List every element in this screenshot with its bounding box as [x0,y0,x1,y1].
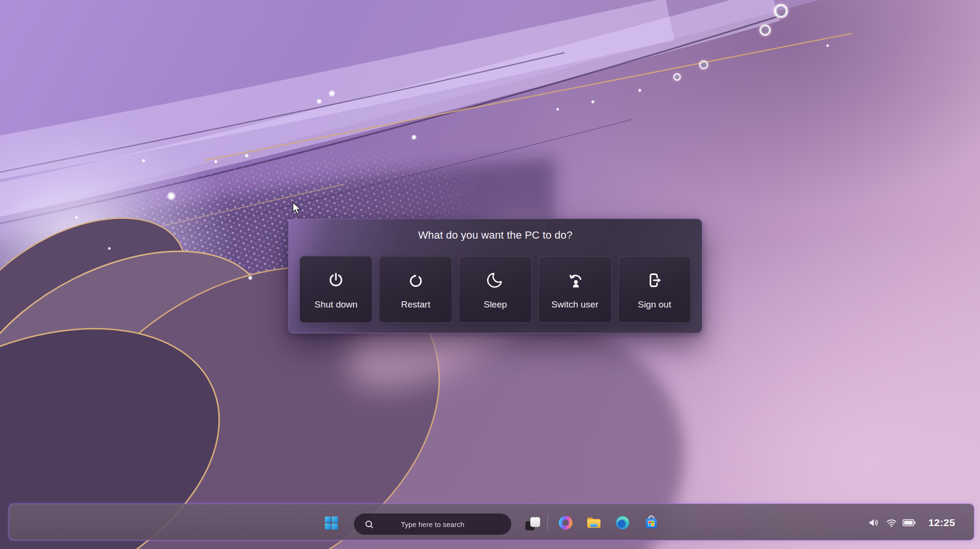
battery-button[interactable] [902,516,916,529]
start-button[interactable] [321,513,342,534]
copilot-icon [557,514,574,533]
edge-icon [614,514,631,533]
button-label: Sleep [484,299,507,310]
task-view-button[interactable] [523,513,544,534]
taskbar-separator [547,515,548,530]
taskbar: 12:25 [9,504,974,540]
button-label: Shut down [314,299,357,310]
copilot-button[interactable] [555,513,576,534]
button-label: Sign out [638,299,671,310]
button-label: Restart [401,299,430,310]
shut-down-button[interactable]: Shut down [300,256,372,323]
volume-icon [868,516,880,529]
taskbar-search [354,513,512,535]
windows-logo-icon [323,515,339,533]
volume-button[interactable] [867,516,880,529]
dialog-title: What do you want the PC to do? [289,229,702,242]
sign-out-icon [646,271,664,289]
mouse-cursor-icon [290,202,303,217]
system-tray [867,504,916,541]
power-buttons-row: Shut down Restart Sleep [300,256,691,323]
restart-icon [407,271,425,289]
file-explorer-icon [585,514,602,533]
search-input[interactable] [354,514,511,535]
clock[interactable]: 12:25 [928,504,955,541]
switch-user-icon [566,271,584,289]
sign-out-button[interactable]: Sign out [618,256,691,323]
network-button[interactable] [885,516,898,529]
button-label: Switch user [551,299,598,310]
sleep-icon [486,271,504,289]
search-icon [364,519,375,532]
power-icon [327,271,345,289]
wifi-icon [885,516,898,529]
sleep-button[interactable]: Sleep [459,256,532,323]
task-view-icon [525,516,541,532]
switch-user-button[interactable]: Switch user [538,256,611,323]
edge-button[interactable] [612,513,633,534]
desktop: What do you want the PC to do? Shut down [0,0,980,549]
file-explorer-button[interactable] [583,513,604,534]
microsoft-store-button[interactable] [641,513,662,534]
microsoft-store-icon [643,514,660,533]
power-options-dialog: What do you want the PC to do? Shut down [288,219,702,333]
battery-icon [902,518,916,527]
restart-button[interactable]: Restart [379,256,452,323]
